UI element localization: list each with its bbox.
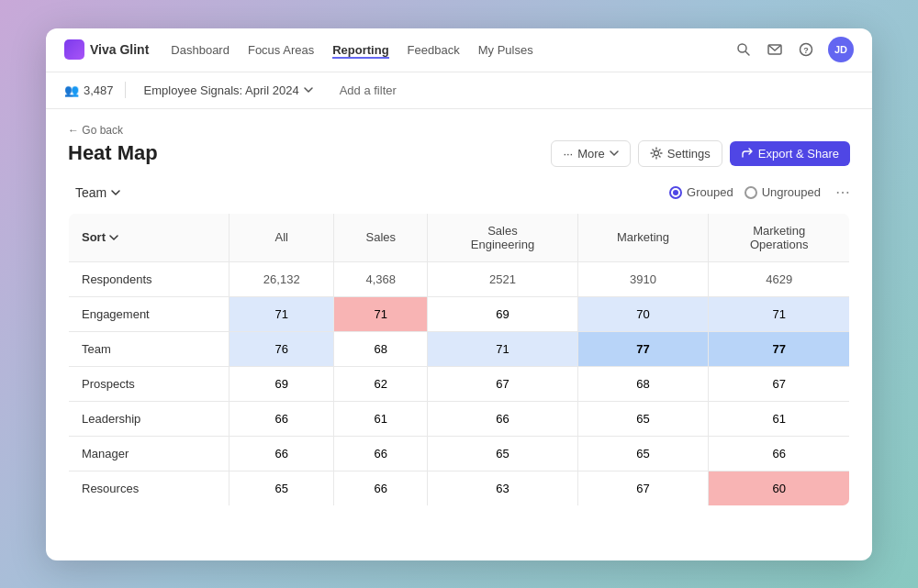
cell: 61 [334,401,428,436]
table-more-icon[interactable]: ⋯ [835,183,850,201]
cell: 65 [577,401,709,436]
cell: 66 [709,436,850,471]
table-row: Team 76 68 71 77 77 [69,331,850,366]
col-marketing-operations: Marketing Operations [709,213,850,261]
svg-text:?: ? [803,46,809,55]
cell: 66 [334,471,428,505]
table-row: Respondents 26,132 4,368 2521 3910 4629 [69,261,850,296]
employee-count-value: 3,487 [84,83,114,97]
col-sales: Sales [334,213,428,261]
search-icon[interactable] [734,40,753,59]
cell: 71 [709,296,850,331]
help-icon[interactable]: ? [797,40,815,59]
employee-icon: 👥 [64,83,79,97]
col-sales-engineering: Sales Engineering [428,213,577,261]
cell: 77 [709,331,850,366]
export-share-button[interactable]: Export & Share [730,141,850,166]
user-avatar[interactable]: JD [828,37,854,62]
filter-dropdown[interactable]: Employee Signals: April 2024 [137,80,321,101]
more-button[interactable]: ··· More [551,140,630,167]
cell: 60 [709,471,850,505]
cell: 71 [334,296,428,331]
content-area: ← Go back Heat Map ··· More Settings Exp… [46,109,872,525]
cell: 3910 [577,261,709,296]
page-header: Heat Map ··· More Settings Export & Shar… [68,140,850,167]
cell: 76 [230,331,334,366]
nav-icons: ? JD [734,37,854,62]
row-label: Resources [69,471,230,505]
cell: 2521 [428,261,577,296]
more-dots-icon: ··· [563,147,573,161]
cell: 26,132 [230,261,334,296]
cell: 66 [230,401,334,436]
cell: 71 [230,296,334,331]
nav-dashboard[interactable]: Dashboard [171,41,230,59]
cell: 77 [577,331,709,366]
cell: 66 [334,436,428,471]
cell: 61 [709,401,850,436]
nav-links: Dashboard Focus Areas Reporting Feedback… [171,41,712,59]
cell: 65 [428,436,577,471]
settings-button[interactable]: Settings [638,140,722,167]
cell: 66 [428,401,577,436]
row-label: Engagement [69,296,230,331]
cell: 70 [577,296,709,331]
row-label: Prospects [69,366,230,401]
cell: 71 [428,331,577,366]
table-row: Manager 66 66 65 65 66 [69,436,850,471]
back-link[interactable]: ← Go back [68,124,850,137]
grouped-radio[interactable] [669,186,682,199]
grouped-option[interactable]: Grouped [669,185,733,199]
cell: 69 [230,366,334,401]
add-filter-button[interactable]: Add a filter [332,80,404,101]
cell: 63 [428,471,577,505]
page-title: Heat Map [68,141,158,165]
cell: 69 [428,296,577,331]
cell: 66 [230,436,334,471]
navbar: Viva Glint Dashboard Focus Areas Reporti… [46,28,872,72]
table-row: Resources 65 66 63 67 60 [69,471,850,505]
cell: 4629 [709,261,850,296]
sort-header[interactable]: Sort [69,213,230,261]
filter-divider [125,82,126,98]
mail-icon[interactable] [766,40,784,59]
app-name: Viva Glint [90,42,149,57]
header-actions: ··· More Settings Export & Share [551,140,850,167]
nav-my-pulses[interactable]: My Pulses [478,41,533,59]
cell: 67 [428,366,577,401]
table-section: Team Grouped Ungrouped ⋯ [68,182,850,506]
row-label: Manager [69,436,230,471]
row-label: Leadership [69,401,230,436]
row-label: Respondents [69,261,230,296]
col-all: All [230,213,334,261]
app-logo: Viva Glint [64,39,149,60]
cell: 65 [230,471,334,505]
row-label: Team [69,331,230,366]
filter-label: Employee Signals: April 2024 [144,83,299,97]
cell: 62 [334,366,428,401]
svg-point-0 [738,44,746,52]
cell: 67 [709,366,850,401]
svg-point-5 [654,151,658,156]
ungrouped-radio[interactable] [744,186,757,199]
svg-line-1 [746,52,750,56]
cell: 68 [577,366,709,401]
nav-feedback[interactable]: Feedback [408,41,460,59]
group-toggle: Grouped Ungrouped ⋯ [669,183,850,201]
ungrouped-option[interactable]: Ungrouped [744,185,821,199]
table-row: Leadership 66 61 66 65 61 [69,401,850,436]
cell: 4,368 [334,261,428,296]
filter-bar: 👥 3,487 Employee Signals: April 2024 Add… [46,72,872,109]
logo-icon [64,39,84,60]
cell: 65 [577,436,709,471]
employee-count: 👥 3,487 [64,83,114,97]
heat-map-table: Sort All Sales Sales Engineering Marketi… [68,213,850,506]
table-controls: Team Grouped Ungrouped ⋯ [68,182,850,204]
table-row: Prospects 69 62 67 68 67 [69,366,850,401]
nav-focus-areas[interactable]: Focus Areas [248,41,314,59]
table-row: Engagement 71 71 69 70 71 [69,296,850,331]
cell: 68 [334,331,428,366]
nav-reporting[interactable]: Reporting [332,41,388,59]
col-marketing: Marketing [577,213,709,261]
team-dropdown[interactable]: Team [68,182,129,204]
